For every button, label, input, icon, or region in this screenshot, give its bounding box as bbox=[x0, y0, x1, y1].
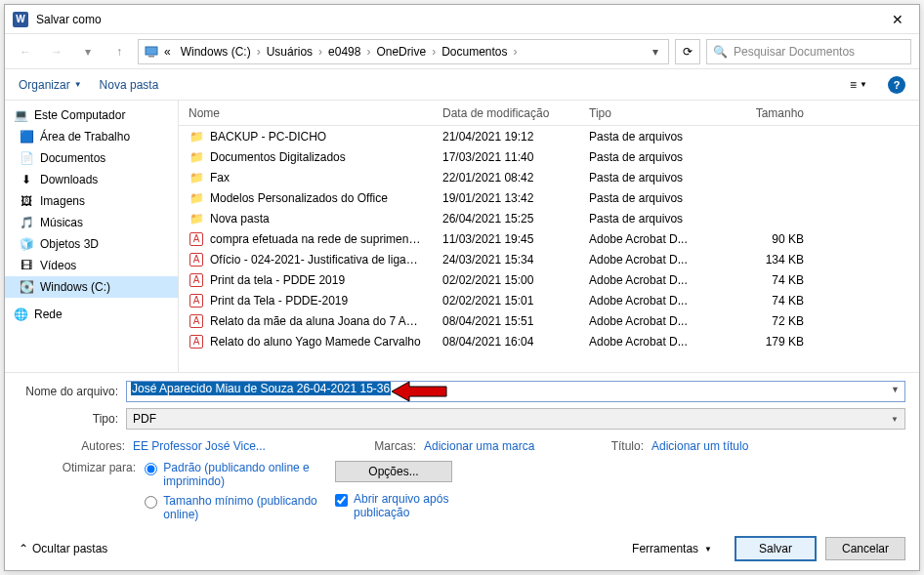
navigation-bar: ← → ▾ ↑ « Windows (C:)›Usuários›e0498›On… bbox=[5, 34, 919, 69]
pc-icon bbox=[145, 45, 158, 59]
authors-value[interactable]: EE Professor José Vice... bbox=[133, 439, 266, 453]
search-input[interactable]: 🔍 Pesquisar Documentos bbox=[706, 39, 911, 64]
breadcrumb-bar[interactable]: « Windows (C:)›Usuários›e0498›OneDrive›D… bbox=[138, 39, 669, 64]
titlebar: W Salvar como ✕ bbox=[5, 5, 919, 34]
cancel-button[interactable]: Cancelar bbox=[825, 537, 905, 560]
pdf-icon: A bbox=[189, 272, 204, 288]
folder-icon: 📁 bbox=[189, 129, 204, 144]
organize-menu[interactable]: Organizar▼ bbox=[19, 78, 82, 92]
refresh-button[interactable]: ⟳ bbox=[675, 39, 700, 64]
breadcrumb-segment[interactable]: Windows (C:) bbox=[177, 43, 255, 61]
filename-input[interactable]: José Aparecido Miau de Souza 26-04-2021 … bbox=[126, 381, 905, 402]
file-type-combo[interactable]: PDF▼ bbox=[126, 408, 905, 430]
svg-rect-0 bbox=[146, 47, 157, 55]
chevron-right-icon: › bbox=[316, 45, 324, 59]
column-modified[interactable]: Data de modificação bbox=[433, 106, 579, 120]
word-icon: W bbox=[13, 12, 28, 27]
device-icon: 💻 bbox=[13, 107, 28, 123]
search-icon: 🔍 bbox=[713, 45, 728, 59]
help-button[interactable]: ? bbox=[888, 76, 905, 94]
window-title: Salvar como bbox=[36, 13, 884, 26]
recent-locations-button[interactable]: ▾ bbox=[75, 39, 101, 64]
file-row[interactable]: 📁BACKUP - PC-DICHO21/04/2021 19:12Pasta … bbox=[179, 126, 919, 146]
folder-icon: 🎵 bbox=[19, 215, 34, 230]
forward-button[interactable]: → bbox=[44, 39, 69, 64]
save-button[interactable]: Salvar bbox=[735, 537, 816, 560]
folder-icon: 📁 bbox=[189, 149, 204, 165]
folder-icon: 💽 bbox=[19, 279, 34, 295]
optimize-standard-radio[interactable]: Padrão (publicando online e imprimindo) bbox=[145, 461, 320, 488]
chevron-right-icon: › bbox=[430, 45, 438, 59]
title-value[interactable]: Adicionar um título bbox=[651, 439, 748, 453]
chevron-down-icon: ▼ bbox=[891, 415, 899, 424]
column-name[interactable]: Nome bbox=[179, 106, 433, 120]
breadcrumb-segment[interactable]: OneDrive bbox=[372, 43, 430, 61]
sidebar-item[interactable]: 🖼Imagens bbox=[5, 190, 178, 212]
file-list-body: 📁BACKUP - PC-DICHO21/04/2021 19:12Pasta … bbox=[179, 126, 919, 372]
folder-icon: 📁 bbox=[189, 170, 204, 185]
sidebar-item[interactable]: 🎞Vídeos bbox=[5, 255, 178, 276]
chevron-down-icon: ▼ bbox=[74, 80, 82, 89]
authors-label: Autores: bbox=[52, 439, 125, 453]
column-size[interactable]: Tamanho bbox=[726, 106, 814, 120]
breadcrumb-segment[interactable]: e0498 bbox=[324, 43, 364, 61]
tags-value[interactable]: Adicionar uma marca bbox=[424, 439, 534, 453]
file-row[interactable]: AOfício - 024-2021- Justificativa de lig… bbox=[179, 249, 919, 269]
close-button[interactable]: ✕ bbox=[884, 10, 911, 29]
file-row[interactable]: APrint da Tela - PDDE-201902/02/2021 15:… bbox=[179, 290, 919, 310]
file-list: Nome Data de modificação Tipo Tamanho 📁B… bbox=[179, 101, 919, 372]
folder-icon: 🖼 bbox=[19, 193, 34, 209]
sidebar-item[interactable]: ⬇Downloads bbox=[5, 169, 178, 190]
sidebar-item[interactable]: 🧊Objetos 3D bbox=[5, 233, 178, 255]
pdf-icon: A bbox=[189, 334, 204, 349]
tags-label: Marcas: bbox=[343, 439, 416, 453]
folder-icon: 🧊 bbox=[19, 236, 34, 252]
file-row[interactable]: Acompra efetuada na rede de suprimentos1… bbox=[179, 228, 919, 249]
pdf-icon: A bbox=[189, 231, 204, 247]
form-area: Nome do arquivo: José Aparecido Miau de … bbox=[5, 373, 919, 529]
tools-menu[interactable]: Ferramentas ▼ bbox=[632, 542, 712, 555]
sidebar-root[interactable]: 💻Este Computador bbox=[5, 104, 178, 126]
column-headers[interactable]: Nome Data de modificação Tipo Tamanho bbox=[179, 101, 919, 126]
up-button[interactable]: ↑ bbox=[106, 39, 132, 64]
open-after-publish-checkbox[interactable]: Abrir arquivo após publicação bbox=[335, 492, 579, 519]
pdf-icon: A bbox=[189, 313, 204, 329]
sidebar-item[interactable]: 📄Documentos bbox=[5, 147, 178, 169]
column-type[interactable]: Tipo bbox=[579, 106, 726, 120]
breadcrumb-segment[interactable]: Usuários bbox=[263, 43, 316, 61]
path-dropdown-caret[interactable]: ▾ bbox=[649, 45, 662, 59]
folder-icon: 🎞 bbox=[19, 258, 34, 273]
folder-icon: 📁 bbox=[189, 190, 204, 206]
navigation-sidebar: 💻Este Computador🟦Área de Trabalho📄Docume… bbox=[5, 101, 179, 372]
sidebar-root[interactable]: 🌐Rede bbox=[5, 304, 178, 325]
folder-icon: 📄 bbox=[19, 150, 34, 166]
file-row[interactable]: APrint da tela - PDDE 201902/02/2021 15:… bbox=[179, 269, 919, 290]
list-view-icon: ≡ bbox=[850, 78, 857, 92]
sidebar-item[interactable]: 💽Windows (C:) bbox=[5, 276, 178, 298]
file-row[interactable]: ARelato da mãe da aluna Joana do 7 Ano B… bbox=[179, 310, 919, 331]
chevron-right-icon: › bbox=[512, 45, 520, 59]
optimize-minimum-radio[interactable]: Tamanho mínimo (publicando online) bbox=[145, 494, 320, 521]
view-mode-button[interactable]: ≡ ▼ bbox=[839, 74, 878, 96]
back-button[interactable]: ← bbox=[13, 39, 38, 64]
optimize-label: Otimizar para: bbox=[52, 461, 142, 474]
options-button[interactable]: Opções... bbox=[335, 461, 452, 482]
pdf-icon: A bbox=[189, 252, 204, 267]
main-area: 💻Este Computador🟦Área de Trabalho📄Docume… bbox=[5, 101, 919, 373]
breadcrumb-overflow[interactable]: « bbox=[160, 43, 175, 61]
file-row[interactable]: 📁Documentos Digitalizados17/03/2021 11:4… bbox=[179, 146, 919, 167]
file-row[interactable]: 📁Modelos Personalizados do Office19/01/2… bbox=[179, 187, 919, 208]
new-folder-button[interactable]: Nova pasta bbox=[100, 78, 159, 92]
chevron-down-icon: ▼ bbox=[860, 80, 867, 89]
file-row[interactable]: 📁Fax22/01/2021 08:42Pasta de arquivos bbox=[179, 167, 919, 187]
breadcrumb-segment[interactable]: Documentos bbox=[438, 43, 511, 61]
chevron-down-icon[interactable]: ▼ bbox=[891, 385, 900, 394]
collapse-icon: ⌃ bbox=[19, 542, 28, 555]
file-row[interactable]: 📁Nova pasta26/04/2021 15:25Pasta de arqu… bbox=[179, 208, 919, 228]
save-as-dialog: W Salvar como ✕ ← → ▾ ↑ « Windows (C:)›U… bbox=[4, 4, 920, 571]
sidebar-item[interactable]: 🟦Área de Trabalho bbox=[5, 126, 178, 147]
hide-folders-toggle[interactable]: ⌃ Ocultar pastas bbox=[19, 542, 107, 555]
filename-label: Nome do arquivo: bbox=[19, 385, 126, 398]
file-row[interactable]: ARelato do aluno Yago Mamede Carvalho08/… bbox=[179, 331, 919, 351]
sidebar-item[interactable]: 🎵Músicas bbox=[5, 212, 178, 233]
